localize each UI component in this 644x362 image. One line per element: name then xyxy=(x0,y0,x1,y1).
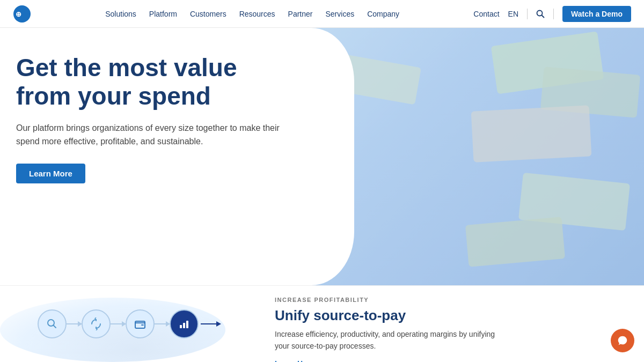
hero-curve xyxy=(311,28,354,285)
cycle-process-icon xyxy=(90,317,103,330)
connector-3 xyxy=(155,323,170,324)
diagram-area xyxy=(0,286,258,362)
chat-icon xyxy=(617,335,628,346)
main-nav: Solutions Platform Customers Resources P… xyxy=(105,10,399,18)
svg-line-3 xyxy=(542,15,544,17)
search-process-icon xyxy=(46,317,58,330)
hero-content: Get the most value from your spend Our p… xyxy=(16,54,295,183)
hero-description: Our platform brings organizations of eve… xyxy=(16,121,284,149)
wallet-process-icon xyxy=(134,317,147,330)
nav-solutions[interactable]: Solutions xyxy=(105,10,136,18)
section-description: Increase efficiency, productivity, and o… xyxy=(275,328,500,352)
nav-platform[interactable]: Platform xyxy=(149,10,177,18)
final-arrow xyxy=(201,323,220,324)
svg-point-7 xyxy=(142,324,143,326)
header-divider-2 xyxy=(553,9,554,19)
diagram-cycle-icon xyxy=(82,309,111,338)
hero-overlay xyxy=(311,28,644,285)
nav-partner[interactable]: Partner xyxy=(288,10,313,18)
connector-2 xyxy=(111,323,126,324)
chat-bubble-button[interactable] xyxy=(611,329,634,352)
nav-resources[interactable]: Resources xyxy=(239,10,275,18)
search-button[interactable] xyxy=(536,10,545,18)
process-diagram xyxy=(38,309,220,338)
svg-rect-9 xyxy=(183,323,185,328)
search-icon xyxy=(536,10,545,18)
learn-more-button[interactable]: Learn More xyxy=(16,164,85,183)
header-right: Contact EN Watch a Demo xyxy=(473,6,631,22)
header-divider xyxy=(527,9,528,19)
learn-how-link[interactable]: Learn How → xyxy=(275,359,332,362)
hero-bg xyxy=(311,28,644,285)
watch-demo-button[interactable]: Watch a Demo xyxy=(562,6,631,22)
nav-customers[interactable]: Customers xyxy=(190,10,226,18)
section-title: Unify source-to-pay xyxy=(275,307,627,324)
language-selector[interactable]: EN xyxy=(508,10,518,18)
hero-title: Get the most value from your spend xyxy=(16,54,295,110)
hero-section: Get the most value from your spend Our p… xyxy=(0,28,644,285)
svg-line-5 xyxy=(54,326,56,328)
chart-process-icon xyxy=(178,317,191,330)
site-header: ⊕ Solutions Platform Customers Resources… xyxy=(0,0,644,28)
connector-1 xyxy=(67,323,82,324)
coupa-logo[interactable]: ⊕ xyxy=(13,5,31,23)
hero-image xyxy=(311,28,644,285)
nav-services[interactable]: Services xyxy=(325,10,354,18)
diagram-wallet-icon xyxy=(126,309,155,338)
diagram-chart-icon xyxy=(170,309,199,338)
svg-rect-8 xyxy=(180,325,182,328)
section-eyebrow: INCREASE PROFITABILITY xyxy=(275,297,627,303)
second-section-text: INCREASE PROFITABILITY Unify source-to-p… xyxy=(258,286,644,362)
contact-link[interactable]: Contact xyxy=(473,10,499,18)
svg-rect-10 xyxy=(186,321,188,328)
nav-company[interactable]: Company xyxy=(367,10,399,18)
svg-text:⊕: ⊕ xyxy=(16,10,21,18)
diagram-search-icon xyxy=(38,309,67,338)
second-section: INCREASE PROFITABILITY Unify source-to-p… xyxy=(0,285,644,362)
